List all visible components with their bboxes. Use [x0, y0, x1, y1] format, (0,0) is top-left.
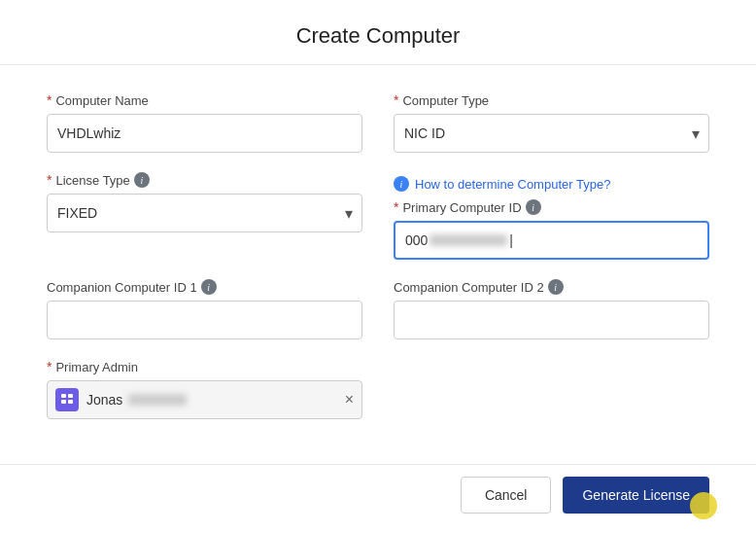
primary-id-prefix: 000	[405, 232, 428, 248]
dialog-header: Create Computer	[0, 0, 756, 65]
computer-type-group: * Computer Type NIC ID OTHER ▾	[394, 92, 709, 153]
create-computer-dialog: Create Computer * Computer Name * Comput…	[0, 0, 756, 533]
svg-rect-3	[68, 400, 73, 404]
companion-id2-input[interactable]	[394, 301, 709, 339]
primary-id-label: * Primary Computer ID i	[394, 199, 709, 215]
primary-admin-label: * Primary Admin	[47, 359, 362, 374]
companion-id2-label: Companion Computer ID 2 i	[394, 279, 709, 295]
companion-id2-group: Companion Computer ID 2 i	[394, 279, 709, 339]
dialog-footer: Cancel Generate License	[0, 464, 756, 533]
info-icon-companion1: i	[201, 279, 217, 295]
svg-rect-2	[61, 400, 66, 404]
svg-rect-1	[68, 394, 73, 398]
primary-id-cursor: |	[509, 232, 513, 248]
primary-id-blur	[430, 234, 507, 246]
cancel-button[interactable]: Cancel	[461, 477, 552, 514]
computer-name-label: * Computer Name	[47, 92, 362, 108]
how-to-determine-link[interactable]: i How to determine Computer Type?	[394, 176, 709, 192]
primary-admin-group: * Primary Admin Jonas ×	[47, 359, 362, 419]
info-icon-license: i	[134, 172, 150, 188]
companion-id1-group: Companion Computer ID 1 i	[47, 279, 362, 339]
dialog-title: Create Computer	[0, 23, 756, 49]
required-star-admin: *	[47, 359, 52, 374]
computer-type-label: * Computer Type	[394, 92, 709, 108]
computer-type-select[interactable]: NIC ID OTHER	[394, 114, 709, 153]
info-icon-help: i	[394, 176, 409, 192]
generate-license-label: Generate License	[582, 487, 690, 503]
license-type-select-wrapper: FIXED FLOATING ▾	[47, 194, 362, 232]
svg-rect-0	[61, 394, 66, 398]
generate-license-button[interactable]: Generate License	[563, 477, 709, 514]
right-empty-space	[394, 359, 709, 439]
clear-admin-button[interactable]: ×	[345, 392, 354, 408]
license-type-label: * License Type i	[47, 172, 362, 188]
required-star: *	[47, 92, 52, 108]
primary-id-group: i How to determine Computer Type? * Prim…	[394, 172, 709, 260]
primary-id-input-wrapper[interactable]: 000 |	[394, 221, 709, 260]
computer-name-input[interactable]	[47, 114, 362, 153]
admin-name-blur	[128, 394, 187, 406]
computer-type-select-wrapper: NIC ID OTHER ▾	[394, 114, 709, 153]
info-icon-primary-id: i	[526, 199, 541, 215]
license-type-group: * License Type i FIXED FLOATING ▾	[47, 172, 362, 260]
admin-name: Jonas	[86, 392, 337, 408]
computer-name-group: * Computer Name	[47, 92, 362, 153]
companion-id1-label: Companion Computer ID 1 i	[47, 279, 362, 295]
primary-admin-wrapper: Jonas ×	[47, 380, 362, 419]
required-star-type: *	[394, 92, 398, 108]
required-star-license: *	[47, 172, 52, 188]
companion-id1-input[interactable]	[47, 301, 362, 339]
avatar	[55, 388, 79, 411]
required-star-id: *	[394, 199, 398, 215]
dialog-body: * Computer Name * Computer Type NIC ID O…	[0, 65, 756, 464]
info-icon-companion2: i	[548, 279, 564, 295]
license-type-select[interactable]: FIXED FLOATING	[47, 194, 362, 232]
